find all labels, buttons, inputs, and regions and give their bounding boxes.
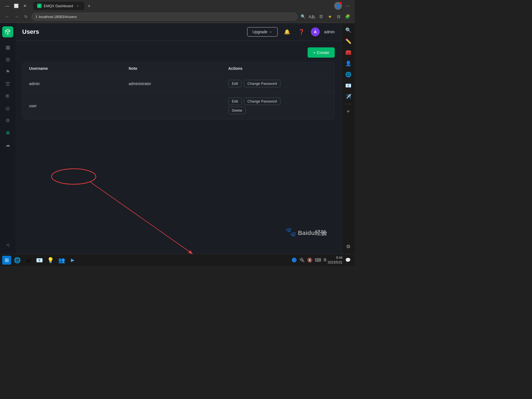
browser-body: ▦ ⊞ ⚑ ☰ ⛨ ◎ ⚙ ⊕ ☁ >| Users Upgrade → — [0, 23, 355, 254]
taskbar-browser-app[interactable]: 🌐 — [12, 255, 22, 265]
username-user: user — [29, 104, 129, 108]
maximize-btn[interactable]: ⬜ — [12, 2, 20, 10]
ext-edit-btn[interactable]: ✏️ — [343, 36, 353, 46]
taskbar-terminal-app[interactable]: ▶ — [68, 255, 78, 265]
upgrade-btn[interactable]: Upgrade → — [247, 27, 278, 37]
browser-avatar[interactable]: 👤 — [334, 2, 342, 10]
ext-add-btn[interactable]: + — [343, 106, 353, 116]
ext-plane-btn[interactable]: ✈️ — [343, 92, 353, 102]
sidebar-item-subscriptions[interactable]: ☰ — [2, 78, 13, 89]
sidebar-logo[interactable] — [2, 26, 13, 37]
taskbar-tray: 🔵 🔌 🔇 ⌨ 英 — [291, 257, 327, 263]
page-content: + Create Username Note Actions admin — [16, 41, 341, 254]
bluetooth-icon[interactable]: 🔵 — [291, 257, 297, 263]
network-icon[interactable]: 🔌 — [299, 257, 305, 263]
ext-search-btn[interactable]: 🔍 — [343, 25, 353, 35]
sidebar-expand-btn[interactable]: >| — [2, 239, 13, 250]
user-name[interactable]: admin — [324, 30, 335, 34]
taskbar: ⊞ 🌐 🗂 📧 💡 👥 ▶ 🔵 🔌 🔇 ⌨ 英 9:44 2023/5/31 💬 — [0, 254, 355, 266]
browser-toolbar: 🔍 Aあ ☰ ★ ⊟ 🧩 — [299, 13, 351, 21]
page-title: Users — [22, 28, 247, 35]
sidebar-item-topics[interactable]: ⚑ — [2, 66, 13, 77]
sidebar-item-data[interactable]: ◎ — [2, 103, 13, 114]
tab-favicon: ≡ — [37, 4, 42, 8]
table-row-admin: admin administrator Edit Change Password — [22, 75, 334, 93]
avatar-notification-dot — [340, 2, 342, 4]
browser-chrome: — ⬜ ✕ ≡ EMQX Dashboard × + 👤 — [0, 0, 355, 23]
ext-settings-bottom-btn[interactable]: ⚙ — [343, 242, 353, 252]
page-header: Users Upgrade → 🔔 ❓ A admin — [16, 23, 341, 41]
browser-main: ▦ ⊞ ⚑ ☰ ⛨ ◎ ⚙ ⊕ ☁ >| Users Upgrade → — [0, 23, 341, 254]
app-sidebar: ▦ ⊞ ⚑ ☰ ⛨ ◎ ⚙ ⊕ ☁ >| — [0, 23, 16, 254]
tab-title: EMQX Dashboard — [44, 4, 73, 8]
sound-muted-icon[interactable]: 🔇 — [307, 257, 313, 263]
ext-tools-btn[interactable]: 🧰 — [343, 47, 353, 57]
tab-bar: ≡ EMQX Dashboard × + — [31, 2, 332, 10]
table-row-user: user Edit Change Password Delete — [22, 93, 334, 119]
taskbar-tips-app[interactable]: 💡 — [45, 255, 55, 265]
edit-admin-btn[interactable]: Edit — [228, 80, 242, 87]
svg-point-0 — [52, 169, 96, 184]
sidebar-item-monitor[interactable]: ▦ — [2, 42, 13, 53]
url-text: localhost:18083/#/users — [39, 15, 77, 19]
address-bar-row: ← → ↻ ℹ localhost:18083/#/users 🔍 Aあ ☰ ★… — [0, 12, 355, 23]
create-bar: + Create — [22, 47, 335, 58]
notification-center-btn[interactable]: 💬 — [344, 256, 352, 265]
minimize-btn[interactable]: — — [3, 2, 11, 10]
forward-btn[interactable]: → — [13, 13, 21, 21]
taskbar-remote-app[interactable]: 👥 — [57, 255, 66, 265]
sidebar-item-settings[interactable]: ⚙ — [2, 115, 13, 126]
username-admin: admin — [29, 81, 129, 86]
profile-btn[interactable]: 👤 — [334, 2, 342, 10]
extensions-btn[interactable]: 🧩 — [344, 13, 351, 21]
language-indicator[interactable]: 英 — [323, 258, 327, 262]
actions-admin: Edit Change Password — [228, 80, 328, 87]
create-user-btn[interactable]: + Create — [308, 47, 335, 58]
user-avatar[interactable]: A — [311, 27, 320, 36]
notifications-btn[interactable]: 🔔 — [282, 27, 292, 37]
ext-mail-btn[interactable]: 📧 — [343, 81, 353, 91]
right-sidebar-divider — [344, 104, 352, 104]
table-header: Username Note Actions — [22, 62, 334, 75]
right-sidebar: 🔍 ✏️ 🧰 👤 🌐 📧 ✈️ + ⚙ — [341, 23, 355, 254]
taskbar-file-app[interactable]: 🗂 — [23, 255, 33, 265]
help-btn[interactable]: ❓ — [296, 27, 306, 37]
favorites-btn[interactable]: ★ — [326, 13, 334, 21]
sidebar-item-cloud[interactable]: ☁ — [2, 139, 13, 150]
collections-btn[interactable]: ⊟ — [335, 13, 342, 21]
edit-user-btn[interactable]: Edit — [228, 98, 242, 105]
change-password-admin-btn[interactable]: Change Password — [244, 80, 280, 87]
close-btn[interactable]: ✕ — [21, 2, 29, 10]
keyboard-icon[interactable]: ⌨ — [315, 257, 321, 263]
address-bar[interactable]: ℹ localhost:18083/#/users — [32, 13, 298, 21]
delete-user-btn[interactable]: Delete — [228, 107, 246, 114]
header-actions: Upgrade → 🔔 ❓ A admin — [247, 27, 335, 37]
ext-globe-btn[interactable]: 🌐 — [343, 70, 353, 80]
reading-view-btn[interactable]: ☰ — [317, 13, 325, 21]
actions-user: Edit Change Password Delete — [228, 98, 328, 114]
read-aloud-btn[interactable]: Aあ — [308, 13, 316, 21]
search-btn[interactable]: 🔍 — [299, 13, 307, 21]
browser-menu-btn[interactable]: ⋯ — [344, 2, 351, 10]
sidebar-item-connections[interactable]: ⊞ — [2, 54, 13, 65]
sidebar-item-access[interactable]: ⛨ — [2, 91, 13, 102]
main-content: Users Upgrade → 🔔 ❓ A admin + Create — [16, 23, 341, 254]
start-btn[interactable]: ⊞ — [2, 256, 11, 265]
taskbar-mail-app[interactable]: 📧 — [34, 255, 44, 265]
tab-close-btn[interactable]: × — [75, 3, 80, 8]
browser-titlebar: — ⬜ ✕ ≡ EMQX Dashboard × + 👤 — [0, 0, 355, 12]
active-tab[interactable]: ≡ EMQX Dashboard × — [33, 2, 84, 10]
taskbar-clock[interactable]: 9:44 2023/5/31 — [328, 255, 342, 265]
col-username: Username — [29, 66, 129, 71]
col-note: Note — [129, 66, 228, 71]
new-tab-btn[interactable]: + — [85, 2, 93, 10]
refresh-btn[interactable]: ↻ — [22, 13, 30, 21]
users-table: Username Note Actions admin administrato… — [22, 62, 335, 119]
change-password-user-btn[interactable]: Change Password — [244, 98, 280, 105]
svg-line-1 — [90, 182, 193, 254]
note-admin: administrator — [129, 81, 228, 86]
back-btn[interactable]: ← — [3, 13, 11, 21]
emqx-logo-icon — [4, 29, 11, 35]
ext-user-btn[interactable]: 👤 — [343, 58, 353, 68]
sidebar-item-extensions[interactable]: ⊕ — [2, 127, 13, 138]
